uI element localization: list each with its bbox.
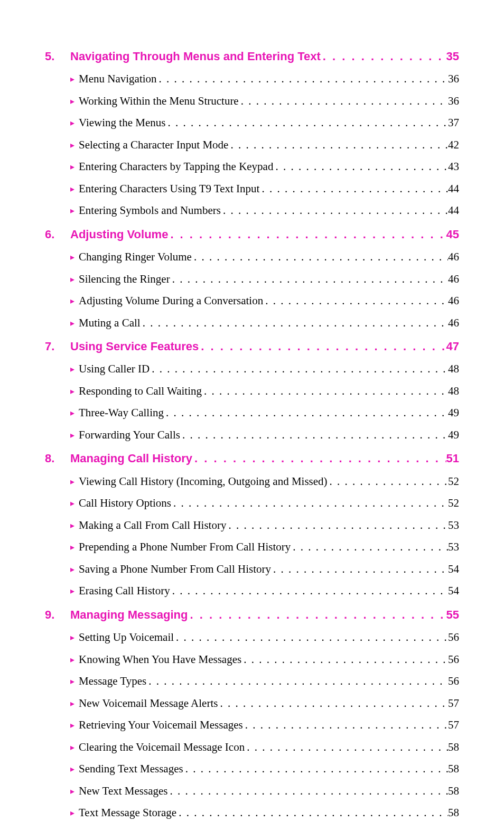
subsection-page: 56 xyxy=(448,651,459,668)
toc-subsection[interactable]: ▸Responding to Call Waiting. . . . . . .… xyxy=(45,382,459,400)
toc-subsection[interactable]: ▸Using Caller ID. . . . . . . . . . . . … xyxy=(45,360,459,378)
subsection-title: Menu Navigation xyxy=(79,70,157,88)
dot-leader: . . . . . . . . . . . . . . . . . . . . … xyxy=(157,70,448,88)
toc-subsection[interactable]: ▸Entering Characters by Tapping the Keyp… xyxy=(45,158,459,175)
subsection-page: 58 xyxy=(448,760,459,778)
section-page: 51 xyxy=(446,450,459,468)
triangle-bullet-icon: ▸ xyxy=(70,95,74,108)
dot-leader: . . . . . . . . . . . . . . . . . . . . … xyxy=(243,716,448,734)
triangle-bullet-icon: ▸ xyxy=(70,541,74,554)
toc-subsection[interactable]: ▸New Voicemail Message Alerts. . . . . .… xyxy=(45,695,459,712)
toc-subsection[interactable]: ▸Message Types. . . . . . . . . . . . . … xyxy=(45,673,459,690)
toc-subsection[interactable]: ▸Erasing Call History. . . . . . . . . .… xyxy=(45,582,459,600)
toc-section[interactable]: 5.Navigating Through Menus and Entering … xyxy=(45,48,459,66)
toc-subsection[interactable]: ▸Entering Symbols and Numbers. . . . . .… xyxy=(45,202,459,219)
subsection-title: Making a Call From Call History xyxy=(79,517,226,534)
dot-leader: . . . . . . . . . . . . . . . . . . . . … xyxy=(170,582,448,600)
section-title: Adjusting Volume xyxy=(70,226,168,244)
triangle-bullet-icon: ▸ xyxy=(70,273,74,286)
toc-subsection[interactable]: ▸Working Within the Menu Structure. . . … xyxy=(45,92,459,110)
toc-subsection[interactable]: ▸Sending Text Messages. . . . . . . . . … xyxy=(45,760,459,778)
subsection-page: 46 xyxy=(448,270,459,288)
triangle-bullet-icon: ▸ xyxy=(70,497,74,510)
toc-subsection[interactable]: ▸Three-Way Calling. . . . . . . . . . . … xyxy=(45,404,459,422)
subsection-page: 53 xyxy=(448,538,459,556)
section-number: 9. xyxy=(45,606,70,624)
dot-leader: . . . . . . . . . . . . . . . . . . . . … xyxy=(259,180,448,198)
dot-leader: . . . . . . . . . . . . . . . . . . . . … xyxy=(171,494,448,512)
subsection-page: 36 xyxy=(448,70,459,88)
triangle-bullet-icon: ▸ xyxy=(70,429,74,442)
section-page: 55 xyxy=(446,606,459,624)
subsection-title: Muting a Call xyxy=(79,314,141,332)
subsection-title: Message Types xyxy=(79,673,146,690)
toc-subsection[interactable]: ▸New Text Messages. . . . . . . . . . . … xyxy=(45,782,459,800)
toc-subsection[interactable]: ▸Text Message Storage. . . . . . . . . .… xyxy=(45,804,459,822)
subsection-title: Using Caller ID xyxy=(79,360,150,378)
dot-leader: . . . . . . . . . . . . . . . . . . . . … xyxy=(150,360,448,378)
subsection-title: Text Message Storage xyxy=(79,804,176,822)
subsection-title: Entering Characters Using T9 Text Input xyxy=(79,180,259,198)
toc-section[interactable]: 7.Using Service Features. . . . . . . . … xyxy=(45,338,459,356)
subsection-title: Viewing Call History (Incoming, Outgoing… xyxy=(79,473,328,490)
subsection-title: Selecting a Character Input Mode xyxy=(79,136,228,154)
dot-leader: . . . . . . . . . . . . . . . . . . . . … xyxy=(168,226,446,244)
subsection-page: 49 xyxy=(448,404,459,422)
toc-subsection[interactable]: ▸Retrieving Your Voicemail Messages. . .… xyxy=(45,716,459,734)
subsection-page: 46 xyxy=(448,248,459,266)
dot-leader: . . . . . . . . . . . . . . . . . . . . … xyxy=(241,651,448,668)
toc-subsection[interactable]: ▸Adjusting Volume During a Conversation.… xyxy=(45,292,459,310)
triangle-bullet-icon: ▸ xyxy=(70,807,74,820)
subsection-title: Viewing the Menus xyxy=(79,114,165,132)
subsection-page: 57 xyxy=(448,716,459,734)
subsection-title: Working Within the Menu Structure xyxy=(79,92,239,110)
dot-leader: . . . . . . . . . . . . . . . . . . . . … xyxy=(192,450,446,468)
subsection-title: Entering Symbols and Numbers xyxy=(79,202,221,219)
toc-subsection[interactable]: ▸Silencing the Ringer. . . . . . . . . .… xyxy=(45,270,459,288)
dot-leader: . . . . . . . . . . . . . . . . . . . . … xyxy=(245,739,448,756)
triangle-bullet-icon: ▸ xyxy=(70,73,74,86)
toc-section[interactable]: 8.Managing Call History. . . . . . . . .… xyxy=(45,450,459,468)
toc-subsection[interactable]: ▸Making a Call From Call History. . . . … xyxy=(45,517,459,534)
dot-leader: . . . . . . . . . . . . . . . . . . . . … xyxy=(321,48,446,66)
toc-section[interactable]: 6.Adjusting Volume. . . . . . . . . . . … xyxy=(45,226,459,244)
toc-subsection[interactable]: ▸Forwarding Your Calls. . . . . . . . . … xyxy=(45,426,459,444)
triangle-bullet-icon: ▸ xyxy=(70,654,74,667)
toc-subsection[interactable]: ▸Saving a Phone Number From Call History… xyxy=(45,561,459,578)
toc-subsection[interactable]: ▸Knowing When You Have Messages. . . . .… xyxy=(45,651,459,668)
dot-leader: . . . . . . . . . . . . . . . . . . . . … xyxy=(226,517,448,534)
section-number: 5. xyxy=(45,48,70,66)
subsection-title: Changing Ringer Volume xyxy=(79,248,192,266)
subsection-title: Sending Text Messages xyxy=(79,760,183,778)
toc-subsection[interactable]: ▸Clearing the Voicemail Message Icon. . … xyxy=(45,739,459,756)
toc-subsection[interactable]: ▸Call History Options. . . . . . . . . .… xyxy=(45,494,459,512)
toc-subsection[interactable]: ▸Setting Up Voicemail. . . . . . . . . .… xyxy=(45,629,459,646)
toc-subsection[interactable]: ▸Menu Navigation. . . . . . . . . . . . … xyxy=(45,70,459,88)
triangle-bullet-icon: ▸ xyxy=(70,741,74,754)
toc-section[interactable]: 9.Managing Messaging. . . . . . . . . . … xyxy=(45,606,459,624)
toc-subsection[interactable]: ▸Viewing Call History (Incoming, Outgoin… xyxy=(45,473,459,490)
toc-subsection[interactable]: ▸Selecting a Character Input Mode. . . .… xyxy=(45,136,459,154)
subsection-title: Prepending a Phone Number From Call Hist… xyxy=(79,538,291,556)
subsection-page: 56 xyxy=(448,673,459,690)
toc-subsection[interactable]: ▸Viewing the Menus. . . . . . . . . . . … xyxy=(45,114,459,132)
triangle-bullet-icon: ▸ xyxy=(70,631,74,645)
triangle-bullet-icon: ▸ xyxy=(70,763,74,776)
dot-leader: . . . . . . . . . . . . . . . . . . . . … xyxy=(164,404,448,422)
toc-subsection[interactable]: ▸Muting a Call. . . . . . . . . . . . . … xyxy=(45,314,459,332)
subsection-page: 58 xyxy=(448,804,459,822)
dot-leader: . . . . . . . . . . . . . . . . . . . . … xyxy=(176,804,448,822)
dot-leader: . . . . . . . . . . . . . . . . . . . . … xyxy=(199,338,446,356)
toc-subsection[interactable]: ▸Entering Characters Using T9 Text Input… xyxy=(45,180,459,198)
toc-subsection[interactable]: ▸Changing Ringer Volume. . . . . . . . .… xyxy=(45,248,459,266)
subsection-title: Retrieving Your Voicemail Messages xyxy=(79,716,243,734)
triangle-bullet-icon: ▸ xyxy=(70,363,74,376)
subsection-title: Entering Characters by Tapping the Keypa… xyxy=(79,158,273,175)
toc-subsection[interactable]: ▸Prepending a Phone Number From Call His… xyxy=(45,538,459,556)
subsection-title: Responding to Call Waiting xyxy=(79,382,202,400)
dot-leader: . . . . . . . . . . . . . . . . . . . . … xyxy=(180,426,448,444)
triangle-bullet-icon: ▸ xyxy=(70,719,74,732)
subsection-title: Setting Up Voicemail xyxy=(79,629,174,646)
subsection-title: Clearing the Voicemail Message Icon xyxy=(79,739,245,756)
dot-leader: . . . . . . . . . . . . . . . . . . . . … xyxy=(228,136,448,154)
